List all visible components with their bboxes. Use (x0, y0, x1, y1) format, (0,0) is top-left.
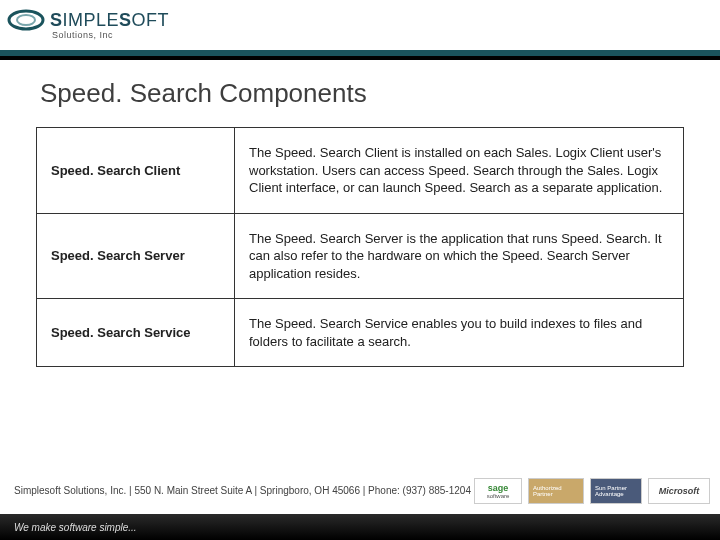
content-area: Speed. Search Client The Speed. Search C… (0, 127, 720, 367)
sage-badge: sage software (474, 478, 522, 504)
brand-name: SIMPLESOFT (50, 10, 169, 31)
component-desc: The Speed. Search Service enables you to… (235, 299, 684, 367)
header-black-rule (0, 56, 720, 60)
partner-badges: sage software Authorized Partner Sun Par… (474, 478, 710, 504)
authorized-partner-badge: Authorized Partner (528, 478, 584, 504)
component-name: Speed. Search Server (37, 213, 235, 299)
table-row: Speed. Search Service The Speed. Search … (37, 299, 684, 367)
tagline: We make software simple... (14, 522, 137, 533)
header: SIMPLESOFT Solutions, Inc (0, 0, 720, 56)
component-desc: The Speed. Search Server is the applicat… (235, 213, 684, 299)
microsoft-badge: Microsoft (648, 478, 710, 504)
component-desc: The Speed. Search Client is installed on… (235, 128, 684, 214)
svg-point-1 (17, 15, 35, 25)
footer-address: Simplesoft Solutions, Inc. | 550 N. Main… (14, 485, 471, 496)
svg-point-0 (9, 11, 43, 29)
component-name: Speed. Search Service (37, 299, 235, 367)
sun-partner-badge: Sun Partner Advantage (590, 478, 642, 504)
page-title: Speed. Search Components (0, 56, 720, 127)
table-row: Speed. Search Client The Speed. Search C… (37, 128, 684, 214)
swirl-icon (6, 6, 46, 34)
bottom-bar: We make software simple... (0, 514, 720, 540)
component-name: Speed. Search Client (37, 128, 235, 214)
brand-subline: Solutions, Inc (52, 30, 720, 40)
components-table: Speed. Search Client The Speed. Search C… (36, 127, 684, 367)
table-row: Speed. Search Server The Speed. Search S… (37, 213, 684, 299)
